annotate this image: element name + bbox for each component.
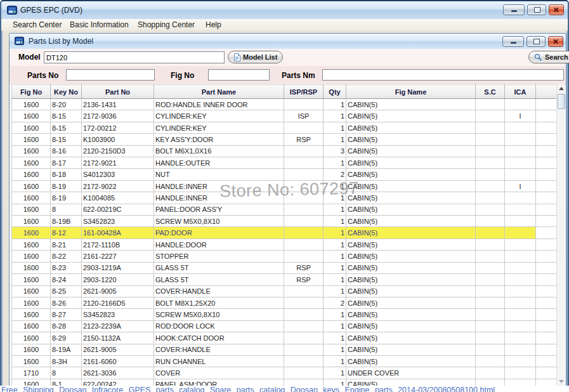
cell-qty: 1 bbox=[324, 309, 346, 320]
table-row[interactable]: 16008-12161-00428APAD:DOOR1CABIN(5) bbox=[12, 227, 560, 238]
column-header-key_no[interactable]: Key No bbox=[51, 85, 82, 99]
parts-table: Fig NoKey NoPart NoPart NameISP/RSPQtyFi… bbox=[11, 84, 560, 386]
menu-basic-information[interactable]: Basic Information bbox=[70, 20, 129, 29]
cell-fig_no: 1600 bbox=[12, 134, 51, 145]
cell-fig_no: 1600 bbox=[12, 227, 51, 238]
menu-search-center[interactable]: Search Center bbox=[13, 20, 62, 29]
app-titlebar: GPES EPC (DVD) bbox=[1, 1, 568, 20]
column-header-sc[interactable]: S.C bbox=[476, 85, 505, 99]
table-row[interactable]: 16008-152172-9036CYLINDER:KEYISP1CABIN(5… bbox=[12, 110, 560, 122]
cell-sc bbox=[476, 262, 505, 273]
table-row[interactable]: 171082621-3036COVER1UNDER COVER bbox=[12, 367, 560, 379]
cell-fig_no: 1600 bbox=[12, 110, 51, 122]
table-row[interactable]: 16008-18S4012303NUT2CABIN(5) bbox=[12, 169, 560, 180]
table-row[interactable]: 16008-27S3452823SCREW M5X0,8X101CABIN(5) bbox=[12, 309, 560, 320]
cell-part_no: 2172-9022 bbox=[82, 180, 154, 192]
cell-part_name: PAD:DOOR bbox=[154, 227, 284, 238]
cell-sc bbox=[476, 297, 505, 308]
cell-key_no: 8-3H bbox=[51, 355, 82, 367]
cell-ica bbox=[505, 332, 536, 344]
cell-qty: 2 bbox=[324, 297, 346, 308]
cell-fig_name: CABIN(5) bbox=[346, 238, 476, 250]
maximize-icon bbox=[534, 7, 540, 13]
table-row[interactable]: 16008-232903-1219AGLASS 5TRSP1CABIN(5) bbox=[12, 262, 560, 273]
child-close-button[interactable] bbox=[548, 36, 563, 47]
menu-help[interactable]: Help bbox=[206, 20, 221, 29]
table-row[interactable]: 16008-15K1003900KEY ASS'Y:DOORRSP1CABIN(… bbox=[12, 134, 560, 145]
table-row[interactable]: 16008-292150-1132AHOOK:CATCH DOOR1CABIN(… bbox=[12, 332, 560, 344]
table-row[interactable]: 16008-262120-2166D5BOLT M8X1,25X202CABIN… bbox=[12, 297, 560, 308]
table-row[interactable]: 16008-222161-2227STOPPER1CABIN(5) bbox=[12, 251, 560, 262]
cell-part_name: BOLT M8X1,25X20 bbox=[154, 297, 284, 308]
cell-qty: 1 bbox=[324, 192, 346, 204]
child-titlebar: Parts List by Model bbox=[10, 34, 566, 49]
column-header-fig_no[interactable]: Fig No bbox=[12, 85, 51, 99]
cell-fig_name: CABIN(5) bbox=[346, 122, 476, 133]
scroll-up-icon[interactable] bbox=[557, 85, 565, 93]
table-row[interactable]: 16008-192172-9022HANDLE:INNER1CABIN(5)I bbox=[12, 180, 560, 192]
table-row[interactable]: 16008-172172-9021HANDLE:OUTER1CABIN(5) bbox=[12, 157, 560, 169]
column-header-isp_rsp[interactable]: ISP/RSP bbox=[284, 85, 324, 99]
table-row[interactable]: 16008-19A2621-9005COVER:HANDLE1CABIN(5) bbox=[12, 344, 560, 355]
cell-qty: 1 bbox=[324, 355, 346, 367]
fig-no-input[interactable] bbox=[208, 69, 270, 81]
model-list-button[interactable]: Model List bbox=[228, 51, 283, 63]
table-row[interactable]: 16008622-00219CPANEL:DOOR ASS'Y1CABIN(5) bbox=[12, 204, 560, 215]
cell-part_name: PANEL ASM:DOOR bbox=[154, 379, 284, 386]
child-maximize-button[interactable] bbox=[526, 36, 546, 47]
cell-key_no: 8 bbox=[51, 367, 82, 379]
cell-part_name: COVER bbox=[154, 367, 284, 379]
parts-table-body: 16008-202136-1431ROD:HANDLE INNER DOOR1C… bbox=[12, 99, 560, 386]
cell-part_name: SCREW M5X0,8X10 bbox=[154, 309, 284, 320]
cell-sc bbox=[476, 274, 505, 285]
scroll-down-icon[interactable] bbox=[557, 377, 565, 385]
table-row[interactable]: 16008-282123-2239AROD:DOOR LOCK1CABIN(5) bbox=[12, 320, 560, 332]
parts-nm-input[interactable] bbox=[322, 69, 564, 81]
column-header-part_no[interactable]: Part No bbox=[82, 85, 154, 99]
column-header-fig_name[interactable]: Fig Name bbox=[346, 85, 476, 99]
cell-part_name: HANDLE:OUTER bbox=[154, 157, 284, 169]
table-row[interactable]: 16008-19BS3452823SCREW M5X0,8X101CABIN(5… bbox=[12, 216, 560, 227]
cell-qty: 2 bbox=[324, 169, 346, 180]
search-button[interactable]: Search bbox=[528, 51, 569, 63]
table-row[interactable]: 16008-202136-1431ROD:HANDLE INNER DOOR1C… bbox=[12, 99, 560, 110]
cell-part_name: CYLINDER:KEY bbox=[154, 110, 284, 122]
menu-shopping-center[interactable]: Shopping Center bbox=[138, 20, 195, 29]
table-row[interactable]: 16008-252621-9005COVER:HANDLE1CABIN(5) bbox=[12, 285, 560, 297]
cell-isp_rsp bbox=[284, 204, 324, 215]
model-input[interactable] bbox=[44, 51, 225, 63]
cell-part_no: K1003900 bbox=[82, 134, 154, 145]
column-header-part_name[interactable]: Part Name bbox=[154, 85, 284, 99]
table-row[interactable]: 16008-15172-00212CYLINDER:KEY1CABIN(5) bbox=[12, 122, 560, 133]
cell-isp_rsp bbox=[284, 297, 324, 308]
column-header-ica[interactable]: ICA bbox=[505, 85, 536, 99]
cell-part_no: 161-00428A bbox=[82, 227, 154, 238]
minimize-button[interactable] bbox=[503, 4, 525, 15]
cell-isp_rsp bbox=[284, 122, 324, 133]
cell-key_no: 8-19 bbox=[51, 192, 82, 204]
scrollbar-thumb[interactable] bbox=[558, 94, 565, 109]
cell-part_no: 2161-2227 bbox=[82, 251, 154, 262]
parts-no-input[interactable] bbox=[66, 69, 155, 81]
cell-part_no: 2120-2150D3 bbox=[82, 145, 154, 157]
model-list-button-label: Model List bbox=[243, 53, 277, 61]
table-row[interactable]: 16008-162120-2150D3BOLT M6X1,0X163CABIN(… bbox=[12, 145, 560, 157]
cell-fig_no: 1600 bbox=[12, 180, 51, 192]
search-icon bbox=[534, 53, 542, 62]
table-row[interactable]: 16008-1622-00242PANEL ASM:DOOR1CABIN(5) bbox=[12, 379, 560, 386]
table-row[interactable]: 16008-19K1004085HANDLE:INNER1CABIN(5) bbox=[12, 192, 560, 204]
cell-fig_no: 1600 bbox=[12, 320, 51, 332]
maximize-button[interactable] bbox=[527, 4, 546, 15]
vertical-scrollbar[interactable] bbox=[556, 84, 565, 386]
cell-part_no: 622-00219C bbox=[82, 204, 154, 215]
model-label: Model bbox=[18, 53, 41, 62]
table-row[interactable]: 16008-3H2161-6060RUN CHANNEL1CABIN(5) bbox=[12, 355, 560, 367]
search-button-label: Search bbox=[545, 53, 568, 61]
close-button[interactable] bbox=[549, 4, 564, 15]
column-header-qty[interactable]: Qty bbox=[324, 85, 346, 99]
table-row[interactable]: 16008-212172-1110BHANDLE:DOOR1CABIN(5) bbox=[12, 238, 560, 250]
table-row[interactable]: 16008-242903-1220GLASS 5TRSP1CABIN(5) bbox=[12, 274, 560, 285]
child-minimize-button[interactable] bbox=[502, 36, 524, 47]
cell-fig_no: 1600 bbox=[12, 274, 51, 285]
cell-ica bbox=[505, 297, 536, 308]
